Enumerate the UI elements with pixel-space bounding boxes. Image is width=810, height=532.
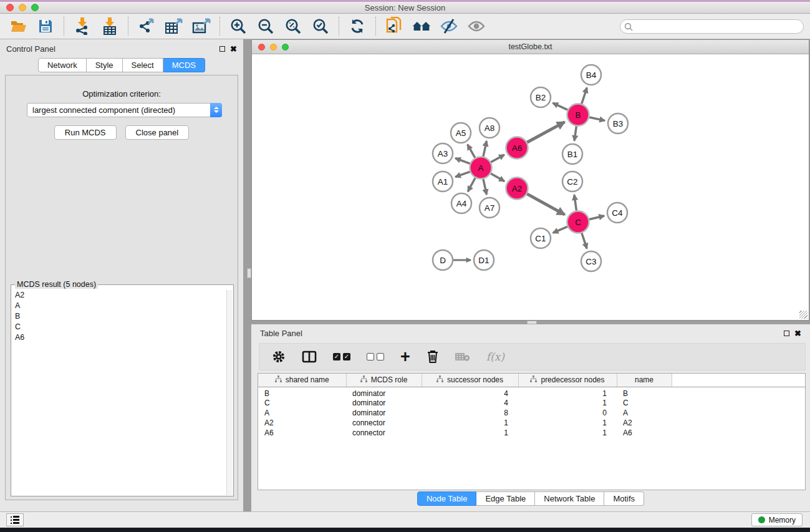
network-node-A5[interactable]: A5 (451, 123, 471, 143)
network-edge-B-B4[interactable] (582, 87, 587, 104)
tab-mcds[interactable]: MCDS (163, 58, 205, 72)
cell-name[interactable]: A2 (617, 418, 672, 428)
network-edge-A-A8[interactable] (483, 141, 486, 157)
column-header-successor-nodes[interactable]: successor nodes (422, 374, 518, 387)
cell-predecessor-nodes[interactable]: 1 (518, 428, 617, 438)
add-column-icon[interactable]: + (400, 351, 410, 363)
cell-MCDS-role[interactable]: connector (346, 418, 422, 428)
network-edge-A-A5[interactable] (468, 145, 475, 158)
cell-MCDS-role[interactable]: connector (346, 428, 422, 438)
network-node-A[interactable]: A (470, 157, 492, 179)
show-graphics-details-icon[interactable] (467, 17, 486, 36)
network-node-A3[interactable]: A3 (433, 143, 453, 163)
network-edge-A6-B[interactable] (527, 122, 564, 143)
column-header-name[interactable]: name (617, 374, 672, 387)
table-row[interactable]: A2connector11A2 (258, 418, 806, 428)
column-header-predecessor-nodes[interactable]: predecessor nodes (518, 374, 617, 387)
select-all-checkboxes-icon[interactable]: ✓✓ (333, 353, 350, 360)
open-session-icon[interactable] (9, 17, 27, 36)
mcds-result-item[interactable]: A6 (12, 332, 228, 343)
cell-name[interactable]: A (617, 408, 672, 418)
mcds-result-item[interactable]: A (12, 301, 228, 311)
memory-button[interactable]: Memory (751, 513, 803, 526)
network-node-C[interactable]: C (567, 211, 589, 233)
table-row[interactable]: Adominator80A (258, 408, 806, 418)
tab-node-table[interactable]: Node Table (417, 491, 477, 506)
tab-network[interactable]: Network (38, 58, 87, 72)
network-node-B2[interactable]: B2 (531, 87, 551, 107)
network-edge-C-C3[interactable] (582, 233, 587, 249)
export-image-icon[interactable] (192, 17, 211, 36)
network-edge-A2-C[interactable] (527, 194, 564, 215)
cell-shared-name[interactable]: C (258, 398, 346, 408)
cell-successor-nodes[interactable]: 1 (422, 428, 518, 438)
cell-MCDS-role[interactable]: dominator (346, 408, 422, 418)
tab-select[interactable]: Select (123, 58, 163, 72)
network-node-C1[interactable]: C1 (531, 228, 551, 248)
network-node-A7[interactable]: A7 (480, 198, 499, 218)
column-header-shared-name[interactable]: shared name (258, 374, 346, 387)
cell-predecessor-nodes[interactable]: 0 (518, 408, 617, 418)
table-row[interactable]: Bdominator41B (258, 387, 806, 398)
cell-shared-name[interactable]: A6 (258, 428, 346, 438)
network-canvas[interactable]: B4B2BB3A8A5A6A3B1AA1C2A2A4A7C4CC1C3DD1 (252, 54, 809, 320)
cell-name[interactable]: C (617, 398, 672, 408)
cell-shared-name[interactable]: A2 (258, 418, 346, 428)
network-node-A6[interactable]: A6 (506, 137, 528, 159)
export-network-icon[interactable] (137, 17, 156, 36)
run-mcds-button[interactable]: Run MCDS (54, 125, 117, 140)
new-network-from-selection-icon[interactable] (385, 17, 403, 36)
delete-column-icon[interactable] (427, 350, 439, 364)
close-panel-button[interactable]: Close panel (125, 125, 190, 140)
search-input[interactable] (620, 19, 804, 34)
resize-grip-icon[interactable] (799, 311, 808, 319)
network-edge-C-C4[interactable] (589, 216, 604, 220)
network-edge-A-A1[interactable] (455, 172, 470, 177)
tab-edge-table[interactable]: Edge Table (476, 491, 535, 506)
import-table-icon[interactable] (100, 17, 119, 36)
refresh-icon[interactable] (348, 17, 367, 36)
tab-motifs[interactable]: Motifs (604, 491, 644, 506)
close-panel-icon[interactable]: ✖ (230, 46, 237, 52)
home-icon[interactable] (412, 17, 431, 36)
cell-shared-name[interactable]: A (258, 408, 346, 418)
column-header-MCDS-role[interactable]: MCDS role (346, 374, 422, 387)
network-node-B4[interactable]: B4 (581, 65, 601, 85)
network-edge-C-C1[interactable] (553, 226, 567, 233)
save-session-icon[interactable] (36, 17, 55, 36)
deselect-all-checkboxes-icon[interactable] (367, 353, 384, 360)
network-edge-B-B1[interactable] (574, 126, 576, 140)
network-node-B3[interactable]: B3 (608, 114, 628, 133)
mcds-result-list[interactable]: A2ABCA6 (12, 290, 228, 495)
cell-shared-name[interactable]: B (258, 387, 346, 398)
cell-name[interactable]: A6 (617, 428, 672, 438)
network-node-B[interactable]: B (567, 104, 589, 126)
network-edge-B-B2[interactable] (552, 103, 567, 110)
tab-network-table[interactable]: Network Table (535, 491, 604, 506)
cell-successor-nodes[interactable]: 1 (422, 418, 518, 428)
network-node-C2[interactable]: C2 (562, 172, 582, 191)
network-node-D1[interactable]: D1 (474, 250, 494, 270)
cell-successor-nodes[interactable]: 4 (422, 398, 518, 408)
tab-style[interactable]: Style (87, 58, 123, 72)
network-node-A8[interactable]: A8 (480, 118, 499, 138)
hide-graphics-details-icon[interactable] (440, 17, 458, 36)
network-edge-B-B3[interactable] (589, 117, 605, 120)
network-edge-A-A4[interactable] (468, 178, 475, 191)
network-edge-A-A3[interactable] (455, 158, 470, 164)
mcds-result-item[interactable]: A2 (12, 290, 228, 301)
table-row[interactable]: Cdominator41C (258, 398, 806, 408)
zoom-fit-icon[interactable] (284, 17, 302, 36)
zoom-in-icon[interactable] (229, 17, 248, 36)
zoom-selected-icon[interactable] (311, 17, 330, 36)
network-node-B1[interactable]: B1 (562, 144, 582, 164)
network-edge-A-A7[interactable] (483, 179, 486, 195)
network-vscroll-stub[interactable] (247, 268, 251, 278)
network-node-D[interactable]: D (433, 250, 453, 270)
network-node-A1[interactable]: A1 (433, 172, 453, 191)
cell-predecessor-nodes[interactable]: 1 (518, 398, 617, 408)
cell-successor-nodes[interactable]: 4 (422, 387, 518, 398)
network-node-C4[interactable]: C4 (607, 203, 627, 223)
network-graph[interactable]: B4B2BB3A8A5A6A3B1AA1C2A2A4A7C4CC1C3DD1 (252, 54, 809, 320)
cell-MCDS-role[interactable]: dominator (346, 387, 422, 398)
